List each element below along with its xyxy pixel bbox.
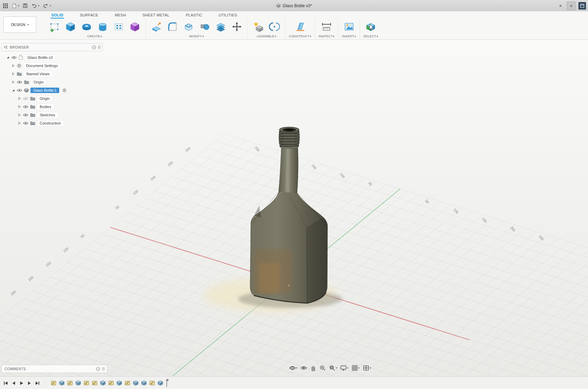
timeline-feature-icon[interactable]	[75, 380, 81, 386]
tab-utilities[interactable]: UTILITIES	[218, 12, 238, 18]
tree-item-label[interactable]: Sketches	[37, 112, 58, 118]
fillet-icon[interactable]	[165, 20, 180, 34]
orbit-icon[interactable]	[289, 365, 297, 371]
tree-item-component-selected[interactable]: Glass Bottle:1	[1, 86, 103, 94]
data-panel-icon[interactable]	[578, 2, 586, 10]
save-icon[interactable]	[23, 3, 28, 8]
measure-icon[interactable]	[319, 20, 334, 34]
skip-to-end-icon[interactable]	[35, 381, 40, 386]
activate-component-radio[interactable]	[61, 88, 67, 93]
group-label-insert[interactable]: INSERT	[342, 35, 356, 38]
expanded-arrow-icon[interactable]	[6, 56, 10, 59]
tree-item-named-views[interactable]: Named Views	[1, 70, 103, 78]
group-label-create[interactable]: CREATE	[87, 35, 102, 38]
tab-surface[interactable]: SURFACE	[79, 12, 99, 18]
select-icon[interactable]	[363, 20, 378, 34]
move-icon[interactable]	[230, 20, 244, 34]
display-settings-icon[interactable]	[340, 365, 348, 371]
timeline-feature-icon[interactable]	[141, 380, 147, 386]
press-pull-icon[interactable]	[149, 20, 164, 34]
pan-icon[interactable]	[310, 365, 316, 371]
grid-display-icon[interactable]	[351, 365, 360, 371]
timeline-sketch-icon[interactable]	[51, 380, 56, 386]
timeline-sketch-icon[interactable]	[125, 380, 130, 386]
visibility-eye-icon[interactable]	[17, 89, 22, 92]
joint-icon[interactable]	[267, 20, 282, 34]
circle-minus-icon[interactable]	[92, 45, 96, 50]
timeline-feature-icon[interactable]	[157, 380, 163, 386]
shell-icon[interactable]	[181, 20, 196, 34]
primitive-box-icon[interactable]	[128, 20, 142, 34]
panel-drag-grip[interactable]	[102, 367, 104, 371]
tree-item-label[interactable]: Origin	[31, 79, 46, 85]
insert-canvas-icon[interactable]	[342, 20, 356, 34]
collapsed-arrow-icon[interactable]	[12, 73, 15, 75]
group-label-assemble[interactable]: ASSEMBLE	[257, 35, 276, 38]
create-sketch-icon[interactable]	[47, 20, 62, 34]
combine-icon[interactable]	[197, 20, 212, 34]
tree-item-construction[interactable]: Construction	[1, 119, 103, 127]
collapsed-arrow-icon[interactable]	[18, 122, 21, 125]
visibility-eye-icon[interactable]	[23, 121, 28, 125]
visibility-eye-icon[interactable]	[23, 105, 28, 108]
collapsed-arrow-icon[interactable]	[18, 114, 21, 116]
construction-plane-icon[interactable]	[293, 20, 307, 34]
sweep-icon[interactable]	[95, 20, 110, 34]
expanded-arrow-icon[interactable]	[12, 89, 15, 92]
tab-sheet-metal[interactable]: SHEET METAL	[142, 12, 170, 18]
undo-icon[interactable]	[31, 3, 39, 8]
tree-item-label-selected[interactable]: Glass Bottle:1	[30, 88, 59, 93]
tab-solid[interactable]: SOLID	[51, 12, 64, 18]
extrude-icon[interactable]	[63, 20, 78, 34]
visibility-eye-icon[interactable]	[11, 56, 17, 59]
group-label-inspect[interactable]: INSPECT	[319, 35, 335, 38]
close-tab-icon[interactable]: ×	[557, 3, 564, 9]
visibility-eye-icon[interactable]	[17, 80, 22, 84]
collapsed-arrow-icon[interactable]	[18, 105, 21, 108]
tree-item-document-settings[interactable]: Document Settings	[1, 62, 103, 70]
collapsed-arrow-icon[interactable]	[18, 97, 21, 100]
visibility-eye-icon[interactable]	[23, 113, 28, 117]
tree-item-label[interactable]: Document Settings	[23, 63, 61, 68]
workspace-switcher[interactable]: DESIGN	[3, 16, 36, 33]
tree-item-label[interactable]: Construction	[37, 120, 64, 126]
comments-bar[interactable]: COMMENTS	[1, 365, 107, 373]
tree-item-root[interactable]: Glass Bottle v3	[1, 53, 103, 62]
timeline-position-marker[interactable]	[165, 378, 169, 388]
tree-item-origin-child[interactable]: Origin	[1, 94, 103, 103]
redo-icon[interactable]	[43, 3, 51, 8]
zoom-icon[interactable]	[319, 365, 326, 371]
tree-item-bodies[interactable]: Bodies	[1, 103, 103, 111]
tab-plastic[interactable]: PLASTIC	[185, 12, 203, 18]
group-label-modify[interactable]: MODIFY	[189, 35, 204, 38]
tree-item-origin[interactable]: Origin	[1, 78, 103, 86]
tab-mesh[interactable]: MESH	[114, 12, 127, 18]
group-label-construct[interactable]: CONSTRUCT	[289, 35, 311, 38]
collapse-panel-icon[interactable]	[4, 46, 8, 49]
skip-to-start-icon[interactable]	[3, 381, 8, 386]
timeline-sketch-icon[interactable]	[67, 380, 73, 386]
tree-item-label[interactable]: Origin	[37, 96, 52, 101]
file-menu-icon[interactable]	[12, 3, 19, 9]
browser-header[interactable]: BROWSER	[1, 43, 103, 51]
timeline-sketch-icon[interactable]	[92, 380, 98, 386]
new-component-icon[interactable]	[251, 20, 266, 34]
circle-minus-icon[interactable]	[96, 367, 100, 371]
timeline-sketch-icon[interactable]	[84, 380, 89, 386]
collapsed-arrow-icon[interactable]	[12, 64, 15, 67]
timeline-feature-icon[interactable]	[133, 380, 139, 386]
panel-drag-grip[interactable]	[98, 46, 100, 49]
step-forward-icon[interactable]	[27, 381, 32, 386]
viewports-icon[interactable]	[363, 365, 371, 371]
tree-item-sketches[interactable]: Sketches	[1, 111, 103, 119]
new-tab-button[interactable]: +	[567, 1, 576, 10]
timeline-sketch-icon[interactable]	[108, 380, 114, 386]
visibility-eye-off-icon[interactable]	[23, 97, 28, 100]
app-menu-grid-icon[interactable]	[3, 3, 8, 9]
timeline-feature-icon[interactable]	[116, 380, 122, 386]
group-label-select[interactable]: SELECT	[363, 35, 378, 38]
tree-item-label[interactable]: Named Views	[24, 71, 52, 77]
collapsed-arrow-icon[interactable]	[12, 81, 15, 83]
play-icon[interactable]	[19, 381, 24, 386]
document-tab[interactable]: Glass Bottle v3*	[0, 0, 588, 11]
